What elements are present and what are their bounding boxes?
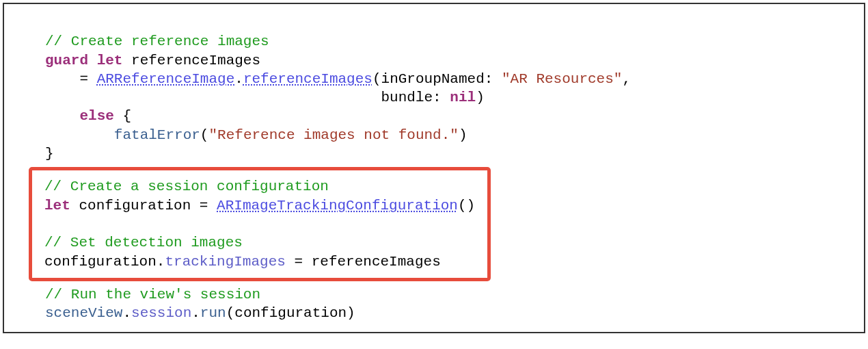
paren-open: ( [372, 71, 381, 87]
keyword-else: else [79, 108, 113, 124]
identifier-referenceImages: referenceImages [131, 53, 260, 68]
param-bundle: bundle: [381, 90, 441, 105]
identifier-referenceImages-2: referenceImages [312, 254, 441, 270]
string-not-found: "Reference images not found." [208, 127, 458, 143]
comment-run-session: // Run the view's session [45, 287, 260, 302]
paren-close: ) [476, 90, 485, 105]
comma: , [622, 71, 631, 87]
parens-empty: () [458, 198, 475, 214]
string-ar-resources: "AR Resources" [502, 71, 622, 87]
comment-create-reference: // Create reference images [45, 34, 269, 49]
param-inGroupNamed: inGroupNamed: [381, 71, 493, 87]
method-referenceImages[interactable]: referenceImages [243, 71, 372, 87]
dot-3: . [122, 305, 131, 321]
arg-configuration: configuration [234, 305, 347, 321]
keyword-let: let [97, 53, 123, 68]
operator-equals-3: = [294, 254, 303, 270]
brace-close: } [45, 146, 54, 161]
nil-literal: nil [450, 90, 476, 105]
paren-close-3: ) [347, 305, 355, 321]
identifier-configuration-2: configuration [44, 254, 157, 270]
dot-2: . [157, 254, 165, 270]
keyword-guard: guard [45, 53, 88, 68]
dot-4: . [191, 305, 200, 321]
comment-detection-images: // Set detection images [44, 235, 243, 250]
highlighted-code-section: // Create a session configuration let co… [29, 167, 491, 281]
code-block: // Create reference images guard let ref… [3, 3, 865, 333]
operator-equals: = [79, 71, 88, 87]
type-ARImageTrackingConfiguration[interactable]: ARImageTrackingConfiguration [217, 198, 458, 214]
comment-session-config: // Create a session configuration [44, 179, 329, 194]
method-run: run [200, 305, 226, 321]
type-ARReferenceImage[interactable]: ARReferenceImage [97, 71, 235, 87]
identifier-sceneView: sceneView [45, 305, 122, 321]
dot-operator: . [234, 71, 243, 87]
property-session: session [131, 305, 191, 321]
call-fatalError: fatalError [114, 127, 200, 143]
paren-close-2: ) [459, 127, 467, 143]
brace-open: { [122, 108, 131, 124]
property-trackingImages: trackingImages [165, 254, 285, 270]
identifier-configuration: configuration [79, 198, 191, 214]
paren-open-3: ( [226, 305, 235, 321]
keyword-let-2: let [44, 198, 70, 214]
paren-open-2: ( [200, 127, 209, 143]
operator-equals-2: = [200, 198, 208, 214]
